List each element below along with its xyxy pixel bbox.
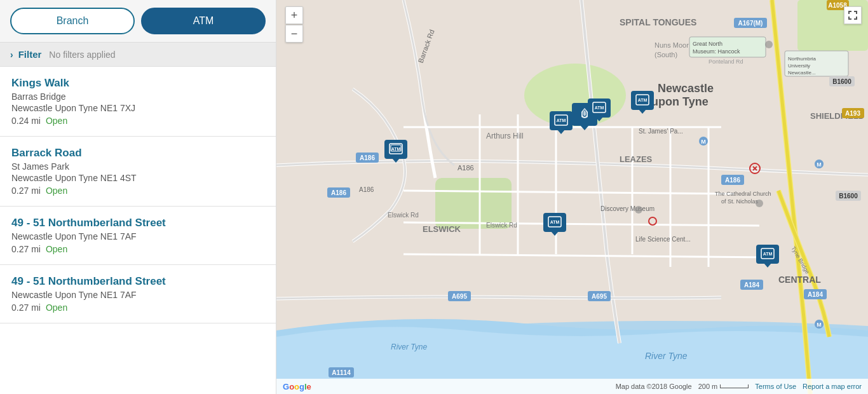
result-city-2: Newcastle Upon Tyne NE1 7AF	[11, 231, 264, 241]
filter-status: No filters applied	[49, 50, 115, 60]
result-meta-0: 0.24 miOpen	[11, 116, 264, 126]
atm-marker-3[interactable]: ATM	[631, 91, 654, 110]
svg-text:The Cathedral Church: The Cathedral Church	[715, 191, 771, 197]
svg-text:A1114: A1114	[332, 369, 351, 376]
filter-button[interactable]: Filter	[18, 49, 42, 60]
filter-bar: › Filter No filters applied	[0, 43, 276, 67]
result-distance-3: 0.27 mi	[11, 302, 41, 313]
svg-text:A186: A186	[458, 164, 474, 172]
result-meta-3: 0.27 miOpen	[11, 302, 264, 313]
svg-text:B1600: B1600	[832, 78, 851, 85]
result-meta-2: 0.27 miOpen	[11, 244, 264, 254]
svg-text:ATM: ATM	[595, 105, 604, 110]
result-name-1: Barrack Road	[11, 147, 264, 160]
result-open-2: Open	[46, 244, 67, 254]
svg-text:Museum: Hancock: Museum: Hancock	[693, 48, 740, 55]
result-city-0: Newcastle Upon Tyne NE1 7XJ	[11, 103, 264, 113]
filter-chevron-icon: ›	[10, 50, 13, 60]
svg-point-22	[635, 206, 642, 214]
atm-icon-3: ATM	[631, 91, 654, 110]
scale-line	[720, 384, 749, 388]
atm-marker-2[interactable]: ATM	[550, 111, 573, 130]
result-distance-2: 0.27 mi	[11, 244, 41, 254]
scale-value: 200 m	[698, 383, 718, 390]
svg-text:Discovery Museum: Discovery Museum	[600, 205, 654, 212]
svg-text:River Tyne: River Tyne	[645, 351, 688, 361]
svg-text:CENTRAL: CENTRAL	[778, 275, 821, 285]
zoom-out-button[interactable]: −	[285, 25, 303, 43]
atm-icon-1: ATM	[384, 140, 407, 159]
fullscreen-icon	[848, 10, 858, 20]
svg-text:A184: A184	[808, 291, 823, 298]
svg-text:(South): (South)	[654, 51, 677, 58]
svg-text:upon Tyne: upon Tyne	[651, 95, 709, 108]
svg-text:Elswick Rd: Elswick Rd	[486, 222, 517, 229]
svg-text:M: M	[701, 139, 706, 145]
svg-text:University: University	[788, 63, 810, 69]
terms-of-use-link[interactable]: Terms of Use	[755, 383, 796, 390]
fullscreen-button[interactable]	[844, 6, 862, 24]
svg-text:Newcastle...: Newcastle...	[788, 70, 816, 76]
svg-text:St. James' Pa...: St. James' Pa...	[639, 128, 683, 135]
svg-text:Nuns Moor: Nuns Moor	[654, 41, 689, 49]
result-distance-1: 0.27 mi	[11, 186, 41, 196]
svg-text:River Tyne: River Tyne	[391, 343, 427, 351]
svg-text:A186: A186	[331, 189, 346, 196]
result-street-0: Barras Bridge	[11, 92, 264, 102]
result-item-0[interactable]: Kings WalkBarras BridgeNewcastle Upon Ty…	[0, 67, 276, 137]
svg-text:Arthurs Hill: Arthurs Hill	[486, 132, 524, 140]
svg-text:A186: A186	[359, 186, 374, 193]
branch-tab[interactable]: Branch	[10, 8, 135, 34]
svg-text:SPITAL TONGUES: SPITAL TONGUES	[620, 17, 696, 27]
result-city-3: Newcastle Upon Tyne NE1 7AF	[11, 290, 264, 300]
result-meta-1: 0.27 miOpen	[11, 186, 264, 196]
svg-text:A186: A186	[725, 177, 740, 184]
result-street-1: St James Park	[11, 161, 264, 172]
svg-text:A695: A695	[592, 293, 607, 300]
atm-icon-6: ATM	[756, 245, 779, 264]
map-panel: Barrack Rd A186 A186 SPITAL TONGUES Nuns…	[276, 0, 868, 394]
atm-icon-2: ATM	[550, 111, 573, 130]
svg-text:of St. Nicholas: of St. Nicholas	[721, 198, 759, 205]
svg-text:ATM: ATM	[763, 252, 773, 256]
result-open-3: Open	[46, 302, 67, 313]
svg-text:ATM: ATM	[391, 147, 401, 151]
atm-marker-1[interactable]: ATM	[384, 140, 407, 159]
result-city-1: Newcastle Upon Tyne NE1 4ST	[11, 173, 264, 183]
result-distance-0: 0.24 mi	[11, 116, 41, 126]
svg-text:ATM: ATM	[557, 118, 566, 123]
svg-text:M: M	[817, 322, 822, 328]
report-error-link[interactable]: Report a map error	[803, 383, 862, 390]
result-item-2[interactable]: 49 - 51 Northumberland StreetNewcastle U…	[0, 207, 276, 265]
svg-point-31	[765, 41, 773, 48]
svg-text:LEAZES: LEAZES	[620, 154, 653, 164]
result-open-1: Open	[46, 186, 67, 196]
svg-text:A695: A695	[452, 293, 467, 300]
svg-text:Great North: Great North	[693, 41, 722, 47]
left-panel: Branch ATM › Filter No filters applied K…	[0, 0, 276, 394]
atm-marker-4[interactable]: ATM	[588, 98, 611, 118]
result-item-1[interactable]: Barrack RoadSt James ParkNewcastle Upon …	[0, 137, 276, 207]
scale-bar: 200 m	[698, 383, 749, 390]
result-item-3[interactable]: 49 - 51 Northumberland StreetNewcastle U…	[0, 265, 276, 323]
svg-text:M: M	[817, 161, 822, 168]
svg-text:Elswick Rd: Elswick Rd	[388, 212, 419, 219]
results-list: Kings WalkBarras BridgeNewcastle Upon Ty…	[0, 67, 276, 394]
atm-tab[interactable]: ATM	[141, 8, 266, 34]
svg-text:B1600: B1600	[839, 193, 858, 200]
svg-text:Ponteland Rd: Ponteland Rd	[709, 58, 743, 65]
zoom-in-button[interactable]: +	[285, 6, 303, 24]
svg-text:ATM: ATM	[638, 98, 648, 102]
svg-text:ATM: ATM	[550, 220, 560, 224]
atm-marker-6[interactable]: ATM	[756, 245, 779, 264]
atm-marker-5[interactable]: ATM	[543, 213, 566, 232]
map-footer: Google Map data ©2018 Google 200 m Terms…	[276, 379, 868, 394]
result-name-0: Kings Walk	[11, 77, 264, 90]
atm-icon-4: ATM	[588, 98, 611, 118]
svg-text:Newcastle: Newcastle	[658, 82, 714, 95]
svg-text:Northumbria: Northumbria	[788, 56, 817, 62]
result-open-0: Open	[46, 116, 67, 126]
result-name-3: 49 - 51 Northumberland Street	[11, 275, 264, 288]
tab-bar: Branch ATM	[0, 0, 276, 43]
map-controls: + −	[285, 6, 303, 43]
